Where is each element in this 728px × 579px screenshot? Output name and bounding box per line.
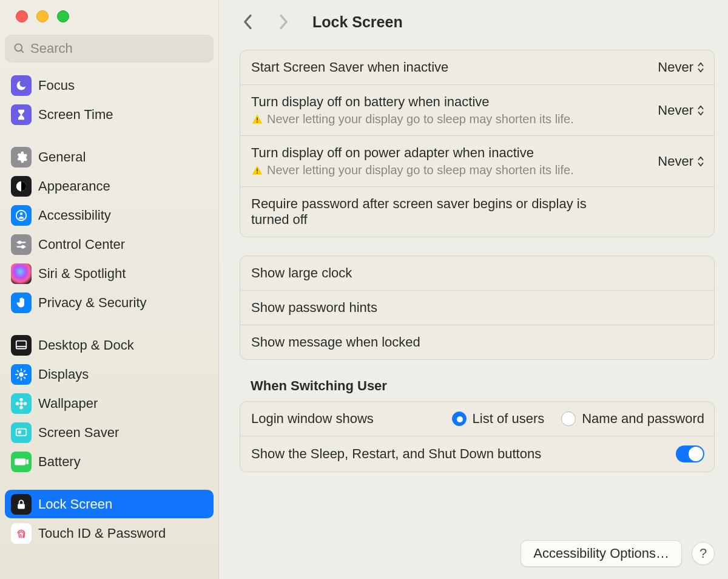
forward-button[interactable] (275, 13, 292, 30)
display-off-adapter-warning: Never letting your display go to sleep m… (251, 163, 658, 177)
close-window-button[interactable] (16, 10, 28, 22)
svg-point-23 (16, 402, 19, 405)
display-off-adapter-value: Never (658, 154, 693, 169)
content-area: Lock Screen Start Screen Saver when inac… (219, 0, 728, 579)
updown-icon (697, 105, 704, 116)
dock-icon (11, 335, 32, 356)
sleep-restart-shutdown-toggle[interactable] (676, 445, 704, 462)
login-name-password-label: Name and password (582, 411, 704, 427)
sidebar-item-screen-saver[interactable]: Screen Saver (5, 418, 214, 447)
search-field[interactable] (5, 35, 214, 63)
fullscreen-window-button[interactable] (57, 10, 69, 22)
sidebar-item-general[interactable]: General (5, 143, 214, 171)
screensaver-label: Start Screen Saver when inactive (251, 59, 658, 75)
inactivity-panel: Start Screen Saver when inactive Never T… (240, 50, 715, 237)
svg-rect-28 (27, 460, 28, 464)
hand-icon (11, 293, 32, 313)
login-list-of-users-radio[interactable]: List of users (452, 411, 545, 427)
sidebar-item-siri-spotlight[interactable]: Siri & Spotlight (5, 259, 214, 288)
switching-user-section-title: When Switching User (240, 378, 715, 401)
sidebar-item-focus[interactable]: Focus (5, 71, 214, 100)
sidebar-item-battery[interactable]: Battery (5, 447, 214, 476)
gear-icon (11, 147, 32, 168)
display-off-battery-row: Turn display off on battery when inactiv… (240, 84, 714, 135)
search-input[interactable] (30, 41, 205, 56)
bottom-bar: Accessibility Options… ? (521, 540, 715, 567)
svg-line-16 (18, 370, 19, 371)
svg-rect-33 (257, 172, 258, 174)
chevron-right-icon (278, 14, 289, 30)
sidebar-item-screen-time[interactable]: Screen Time (5, 100, 214, 129)
svg-rect-30 (257, 117, 258, 120)
sidebar-item-label: Accessibility (38, 208, 111, 223)
large-clock-label: Show large clock (251, 265, 352, 281)
flower-icon (11, 393, 32, 414)
screensaver-popup[interactable]: Never (658, 59, 704, 75)
sidebar-item-desktop-dock[interactable]: Desktop & Dock (5, 331, 214, 359)
display-off-battery-value: Never (658, 103, 693, 118)
sidebar-item-label: Privacy & Security (38, 295, 147, 311)
minimize-window-button[interactable] (36, 10, 49, 22)
svg-rect-31 (257, 121, 258, 123)
login-window-shows-row: Login window shows List of users Name an… (240, 402, 714, 436)
display-off-adapter-label: Turn display off on power adapter when i… (251, 145, 658, 161)
updown-icon (697, 156, 704, 167)
sidebar-item-lock-screen[interactable]: Lock Screen (5, 490, 214, 518)
svg-point-4 (20, 212, 22, 215)
login-window-radio-group: List of users Name and password (452, 411, 704, 427)
warning-icon (251, 164, 263, 177)
chevron-left-icon (243, 14, 254, 30)
svg-rect-32 (257, 168, 258, 171)
sidebar-item-privacy-security[interactable]: Privacy & Security (5, 288, 214, 317)
login-name-password-radio[interactable]: Name and password (561, 411, 704, 427)
login-window-shows-label: Login window shows (251, 411, 374, 427)
screensaver-value: Never (658, 59, 693, 75)
svg-rect-29 (18, 504, 25, 509)
display-off-adapter-popup[interactable]: Never (658, 154, 704, 169)
battery-icon (11, 452, 32, 472)
display-off-battery-label: Turn display off on battery when inactiv… (251, 94, 658, 110)
contrast-icon (11, 176, 32, 197)
svg-point-6 (18, 241, 21, 243)
sidebar-item-touch-id-password[interactable]: Touch ID & Password (5, 519, 214, 547)
password-hints-row: Show password hints (240, 290, 714, 325)
sidebar-item-label: Screen Saver (38, 425, 119, 441)
page-title: Lock Screen (312, 13, 403, 31)
sliders-icon (11, 234, 32, 255)
sidebar-item-label: Focus (38, 78, 75, 93)
sidebar-item-label: Displays (38, 367, 89, 382)
accessibility-options-button[interactable]: Accessibility Options… (521, 540, 682, 567)
sidebar-item-label: Appearance (38, 178, 110, 194)
warning-icon (251, 113, 263, 126)
svg-point-8 (22, 245, 24, 248)
sidebar-item-label: Siri & Spotlight (38, 266, 126, 282)
lockscreen-options-panel: Show large clock Show password hints Sho… (240, 256, 715, 360)
radio-icon (561, 411, 576, 426)
sidebar-item-displays[interactable]: Displays (5, 360, 214, 388)
display-off-battery-popup[interactable]: Never (658, 103, 704, 118)
password-hints-label: Show password hints (251, 300, 377, 316)
sidebar-item-wallpaper[interactable]: Wallpaper (5, 389, 214, 418)
sidebar-item-accessibility[interactable]: Accessibility (5, 201, 214, 229)
person-icon (11, 205, 32, 226)
back-button[interactable] (240, 13, 257, 30)
sidebar-item-label: Battery (38, 454, 81, 470)
sidebar-item-label: Lock Screen (38, 496, 112, 512)
svg-point-11 (19, 372, 23, 376)
sidebar-item-control-center[interactable]: Control Center (5, 230, 214, 259)
locked-message-label: Show message when locked (251, 334, 420, 350)
sidebar-item-appearance[interactable]: Appearance (5, 172, 214, 200)
moon-icon (11, 75, 32, 96)
svg-line-18 (18, 377, 19, 378)
sidebar-item-label: Control Center (38, 237, 125, 252)
display-off-adapter-row: Turn display off on power adapter when i… (240, 135, 714, 186)
updown-icon (697, 62, 704, 73)
display-off-battery-warning: Never letting your display go to sleep m… (251, 112, 658, 126)
sun-icon (11, 364, 32, 385)
svg-point-22 (19, 405, 23, 409)
help-button[interactable]: ? (692, 542, 715, 565)
svg-line-19 (24, 370, 25, 371)
sidebar-item-label: Screen Time (38, 107, 113, 123)
sidebar-list: FocusScreen Time GeneralAppearanceAccess… (0, 71, 218, 548)
locked-message-row: Show message when locked (240, 325, 714, 359)
